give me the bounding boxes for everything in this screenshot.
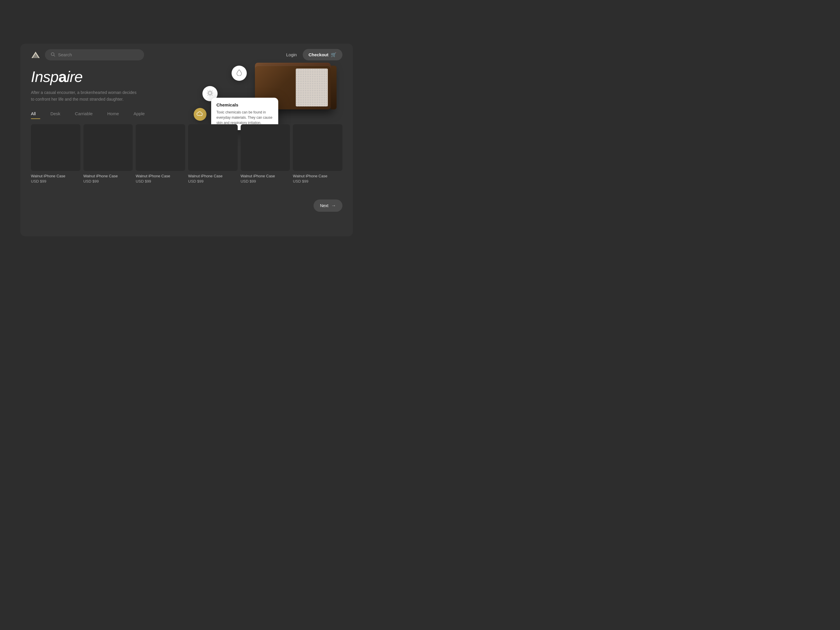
- product-name: Walnut iPhone Case: [293, 174, 343, 178]
- sun-icon: [207, 90, 213, 98]
- product-price: USD $99: [188, 179, 238, 183]
- speaker-grille: [296, 68, 328, 106]
- product-card[interactable]: Walnut iPhone Case USD $99: [84, 124, 133, 183]
- arrow-right-icon: →: [332, 203, 336, 208]
- tab-carriable[interactable]: Carriable: [75, 111, 93, 119]
- product-price: USD $99: [136, 179, 185, 183]
- tab-all[interactable]: All: [31, 111, 36, 119]
- tab-desk[interactable]: Desk: [51, 111, 60, 119]
- product-name: Walnut iPhone Case: [136, 174, 185, 178]
- svg-line-8: [212, 95, 212, 95]
- tab-home[interactable]: Home: [107, 111, 119, 119]
- nav-tabs: All Desk Carriable Home Apple: [31, 111, 343, 119]
- product-card[interactable]: Walnut iPhone Case USD $99: [136, 124, 185, 183]
- search-icon: [51, 52, 55, 57]
- product-image: [136, 124, 185, 171]
- product-price: USD $99: [241, 179, 290, 183]
- product-image: [84, 124, 133, 171]
- search-placeholder: Search: [58, 52, 72, 57]
- title-ire: ire: [66, 68, 82, 85]
- hero-subtitle: After a casual encounter, a brokenhearte…: [31, 89, 139, 103]
- product-card[interactable]: Walnut iPhone Case USD $99: [241, 124, 290, 183]
- product-name: Walnut iPhone Case: [241, 174, 290, 178]
- logo: [31, 50, 40, 60]
- svg-line-10: [208, 95, 208, 95]
- product-image: [31, 124, 81, 171]
- tab-apple[interactable]: Apple: [134, 111, 145, 119]
- header: Search Login Checkout 🛒: [21, 44, 353, 66]
- product-name: Walnut iPhone Case: [31, 174, 81, 178]
- svg-line-1: [54, 55, 55, 56]
- product-card[interactable]: Walnut iPhone Case USD $99: [293, 124, 343, 183]
- svg-point-2: [208, 92, 212, 95]
- speaker-side: [331, 66, 336, 109]
- svg-line-7: [208, 91, 208, 91]
- title-insp: Insp: [31, 68, 58, 85]
- next-button[interactable]: Next →: [314, 199, 343, 212]
- product-price: USD $99: [31, 179, 81, 183]
- product-price: USD $99: [84, 179, 133, 183]
- product-card[interactable]: Walnut iPhone Case USD $99: [31, 124, 81, 183]
- sun-circle: [202, 86, 218, 101]
- login-button[interactable]: Login: [286, 52, 297, 57]
- cart-icon: 🛒: [331, 52, 336, 57]
- checkout-label: Checkout: [309, 52, 328, 57]
- speaker-visual: [249, 57, 336, 115]
- next-label: Next: [320, 203, 328, 208]
- product-name: Walnut iPhone Case: [188, 174, 238, 178]
- product-price: USD $99: [293, 179, 343, 183]
- product-name: Walnut iPhone Case: [84, 174, 133, 178]
- grille-dots: [296, 68, 328, 106]
- main-content: Inspaire After a casual encounter, a bro…: [21, 66, 353, 183]
- speaker-body: [255, 66, 331, 109]
- header-actions: Login Checkout 🛒: [286, 49, 343, 60]
- checkout-button[interactable]: Checkout 🛒: [303, 49, 343, 60]
- svg-line-9: [212, 91, 212, 91]
- product-card[interactable]: Walnut iPhone Case USD $99: [188, 124, 238, 183]
- product-image: [188, 124, 238, 171]
- product-image: [241, 124, 290, 171]
- hero-section: Inspaire After a casual encounter, a bro…: [31, 68, 343, 103]
- app-window: Search Login Checkout 🛒 Inspaire After a…: [21, 44, 353, 236]
- title-a: a: [58, 68, 66, 85]
- search-bar[interactable]: Search: [45, 49, 144, 60]
- product-image: [293, 124, 343, 171]
- products-grid: Walnut iPhone Case USD $99 Walnut iPhone…: [31, 124, 343, 183]
